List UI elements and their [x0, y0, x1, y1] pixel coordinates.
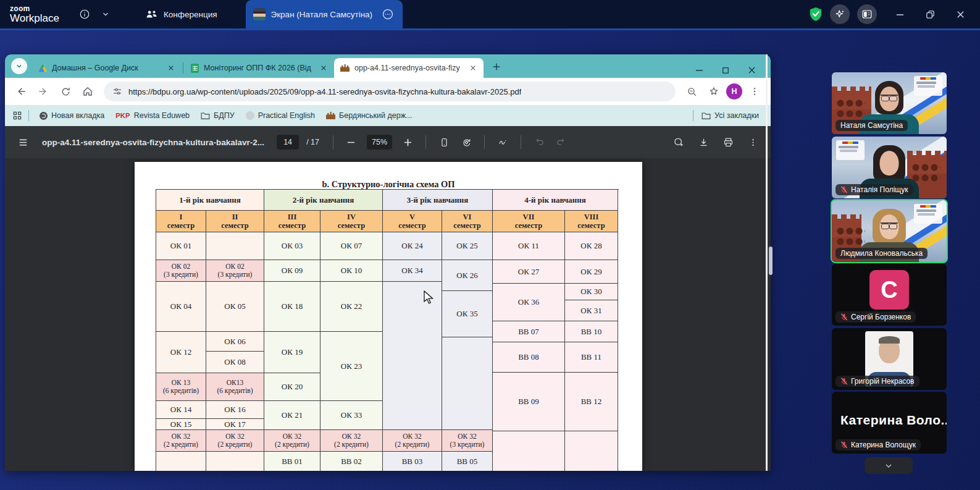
table-cell: ОК 17: [206, 419, 264, 430]
shared-screen-area: Домашня – Google Диск Моніторинг ОПП ФК …: [0, 30, 980, 490]
participant-video-2[interactable]: Наталія Поліщук: [832, 137, 947, 198]
minimize-button[interactable]: [895, 10, 905, 19]
browser-tab-sheets[interactable]: Моніторинг ОПП ФК 2026 (Від: [185, 58, 334, 78]
pdf-more-options-icon[interactable]: [743, 133, 762, 151]
table-cell: ОК 23: [320, 332, 382, 401]
participant-video-5[interactable]: Григорій Некрасов: [832, 328, 947, 390]
reload-button[interactable]: [56, 82, 75, 101]
back-button[interactable]: [11, 82, 31, 101]
ai-companion-button[interactable]: [830, 4, 850, 24]
fit-page-button[interactable]: [435, 133, 453, 151]
folder-icon: [701, 112, 711, 120]
zoom-in-button[interactable]: [398, 133, 417, 151]
zoom-level-value[interactable]: 75%: [367, 135, 392, 150]
tab-screen-share[interactable]: Экран (Наталя Самсутіна): [246, 0, 403, 28]
pdf-menu-icon[interactable]: [14, 133, 32, 151]
table-cell: ОК 15: [156, 419, 206, 430]
save-annotated-icon[interactable]: [669, 133, 688, 151]
apps-grid-icon[interactable]: [12, 111, 22, 120]
bookmark-label: Practical English: [258, 111, 315, 120]
address-bar[interactable]: https://bdpu.org.ua/wp-content/uploads/2…: [104, 82, 676, 101]
participant-video-1[interactable]: Наталя Самсутіна: [832, 72, 947, 134]
table-cell: ВВ 08: [493, 342, 564, 373]
browser-close-button[interactable]: [748, 66, 756, 74]
pdf-canvas[interactable]: b. Структурно-логічна схема ОП 1-й рік н…: [5, 158, 771, 471]
table-cell: ВВ 10: [565, 321, 618, 342]
browser-menu-icon[interactable]: [745, 82, 764, 101]
participant-name: Наталія Поліщук: [851, 185, 908, 194]
bookmark-practical-english[interactable]: Practical English: [241, 109, 319, 122]
table-cell: [565, 431, 618, 471]
table-cell: ОК 22: [320, 282, 382, 332]
collapse-videos-button[interactable]: [865, 457, 913, 474]
muted-mic-icon: [840, 378, 848, 385]
side-panel-button[interactable]: [857, 4, 877, 24]
participant-display-name: Катерина Воло...: [840, 413, 947, 428]
browser-tabstrip: Домашня – Google Диск Моніторинг ОПП ФК …: [5, 54, 771, 78]
table-cell: ОК 27: [493, 260, 564, 284]
toolbar-divider: [333, 135, 333, 149]
table-cell: [206, 232, 264, 260]
bookmark-new-tab[interactable]: Новая вкладка: [35, 109, 109, 122]
home-button[interactable]: [78, 82, 98, 101]
tab-title: Домашня – Google Диск: [52, 64, 161, 72]
bookmarks-bar: Новая вкладка PKP Revista Eduweb БДПУ Pr…: [5, 105, 771, 126]
page-number-input[interactable]: 14: [277, 135, 299, 150]
table-cell: ОК 26: [442, 260, 492, 291]
table-cell: ОК 03: [264, 232, 320, 260]
site-settings-icon[interactable]: [112, 87, 122, 96]
info-icon[interactable]: [74, 4, 95, 25]
browser-tab-google-drive[interactable]: Домашня – Google Диск: [32, 58, 182, 78]
tab-close-icon[interactable]: [165, 62, 177, 74]
browser-tab-pdf-active[interactable]: opp-a4.11-serednya-osvita-fizy: [334, 58, 484, 78]
table-cell: ОК 32(2 кредити): [156, 430, 206, 452]
bookmark-berdyansk[interactable]: Бердянський держ...: [322, 109, 416, 122]
browser-minimize-button[interactable]: [695, 66, 703, 74]
semester-header-cell: IIсеместр: [206, 211, 264, 232]
table-cell: ОК 32(2 кредити): [264, 430, 320, 452]
all-bookmarks-button[interactable]: Усі закладки: [697, 109, 763, 122]
close-button[interactable]: [956, 10, 965, 19]
participant-name: Григорій Некрасов: [851, 377, 915, 386]
download-button[interactable]: [694, 133, 713, 151]
semester-header-cell: VIсеместр: [442, 211, 493, 232]
table-cell: ОК 01: [156, 232, 206, 260]
tab-search-chevron-button[interactable]: [11, 58, 27, 74]
table-cell: ОК 13(6 кредитів): [156, 373, 206, 401]
bookmark-folder-bdpu[interactable]: БДПУ: [196, 109, 239, 122]
browser-maximize-button[interactable]: [722, 67, 729, 74]
zoom-out-button[interactable]: [342, 133, 361, 151]
bookmark-label: Усі закладки: [714, 111, 759, 120]
participant-video-4[interactable]: C Сергій Борзенков: [832, 264, 947, 326]
participant-video-6[interactable]: Катерина Воло... Катерина Волощук: [832, 392, 947, 454]
chevron-down-icon[interactable]: [95, 4, 116, 25]
tab-conference-label: Конференция: [164, 10, 217, 19]
bookmark-revista-eduweb[interactable]: PKP Revista Eduweb: [111, 109, 194, 122]
new-tab-button[interactable]: [488, 59, 505, 75]
year-header-cell: 4-й рік навчання: [493, 190, 618, 211]
undo-button[interactable]: [530, 133, 548, 151]
scrollbar-thumb[interactable]: [769, 247, 773, 275]
tab-close-icon[interactable]: [467, 62, 479, 74]
tab-close-icon[interactable]: [318, 62, 329, 74]
zoom-logo-text: zoom: [10, 5, 74, 12]
restore-button[interactable]: [926, 10, 935, 19]
redo-button[interactable]: [552, 133, 571, 151]
year-header-cell: 2-й рік навчання: [264, 190, 383, 211]
bookmark-star-icon[interactable]: [704, 82, 724, 101]
profile-avatar[interactable]: H: [726, 83, 742, 99]
participant-video-3-active[interactable]: Людмила Коновальська: [832, 200, 947, 262]
table-cell: ВВ 01: [264, 452, 320, 471]
tab-options-icon[interactable]: [382, 8, 394, 20]
forward-button[interactable]: [33, 82, 53, 101]
pdf-page: b. Структурно-логічна схема ОП 1-й рік н…: [135, 162, 642, 471]
annotate-pen-button[interactable]: [493, 133, 512, 151]
participant-name-label: Наталія Поліщук: [836, 184, 913, 195]
semester-header-cell: VIIIсеместр: [565, 211, 618, 232]
rotate-button[interactable]: [457, 133, 475, 151]
bookmark-label: Revista Eduweb: [134, 111, 190, 120]
print-button[interactable]: [719, 133, 737, 151]
zoom-app-window: zoom Workplace Конференция Экран (Наталя…: [0, 0, 980, 490]
tab-conference[interactable]: Конференция: [133, 0, 230, 28]
zoom-out-page-icon[interactable]: [682, 82, 701, 101]
